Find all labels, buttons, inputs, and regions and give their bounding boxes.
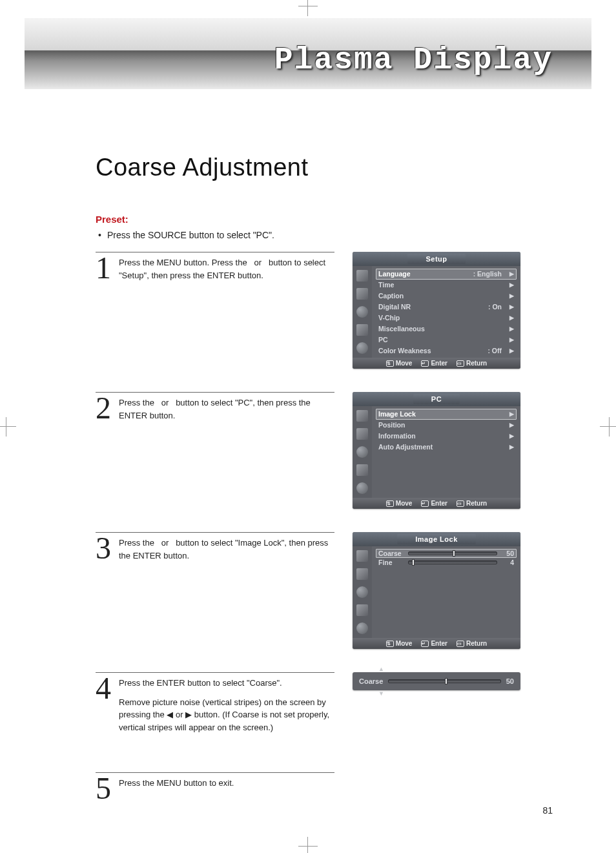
step-row: 1 Press the MENU button. Press the or bu… bbox=[96, 252, 546, 369]
step-text: Press the MENU button to exit. bbox=[119, 776, 234, 801]
sound-icon bbox=[356, 568, 368, 580]
sound-icon bbox=[356, 288, 368, 300]
footer-enter: ↵Enter bbox=[421, 500, 447, 507]
slider-track[interactable] bbox=[408, 551, 497, 555]
footer-return: ▭Return bbox=[457, 360, 487, 367]
chevron-right-icon: ▶ bbox=[509, 431, 514, 441]
enter-icon: ↵ bbox=[421, 360, 429, 367]
slider-thumb[interactable] bbox=[453, 550, 455, 557]
return-icon: ▭ bbox=[457, 500, 464, 507]
updown-icon: ⇅ bbox=[386, 500, 394, 507]
coarse-label: Coarse bbox=[359, 677, 383, 685]
channel-icon bbox=[356, 586, 368, 598]
menu-item-digitalnr[interactable]: Digital NR: On▶ bbox=[376, 302, 517, 313]
menu-item-pc[interactable]: PC▶ bbox=[376, 334, 517, 345]
header-banner: Plasma Display bbox=[25, 18, 591, 89]
page-number: 81 bbox=[542, 805, 553, 816]
slider-thumb[interactable] bbox=[445, 678, 447, 684]
chevron-right-icon: ▶ bbox=[509, 346, 514, 356]
preset-label: Preset: bbox=[96, 214, 546, 225]
chevron-right-icon: ▶ bbox=[509, 313, 514, 323]
sound-icon bbox=[356, 428, 368, 440]
chevron-right-icon: ▶ bbox=[509, 409, 514, 419]
osd-title: Image Lock bbox=[353, 532, 520, 546]
setup-icon bbox=[356, 604, 368, 616]
osd-category-icons bbox=[353, 266, 372, 358]
footer-return: ▭Return bbox=[457, 640, 487, 647]
footer-return: ▭Return bbox=[457, 500, 487, 507]
step-text: Press the ENTER button to select "Coarse… bbox=[119, 675, 334, 734]
menu-item-caption[interactable]: Caption▶ bbox=[376, 291, 517, 302]
osd-item-list: Image Lock▶ Position▶ Information▶ Auto … bbox=[372, 406, 520, 498]
step-row: 3 Press the or button to select "Image L… bbox=[96, 532, 546, 649]
osd-footer: ⇅Move ↵Enter ▭Return bbox=[353, 358, 520, 369]
step-text: Press the or button to select "PC", then… bbox=[119, 395, 334, 422]
slider-track[interactable] bbox=[408, 560, 497, 564]
osd-footer: ⇅Move ↵Enter ▭Return bbox=[353, 638, 520, 649]
chevron-right-icon: ▶ bbox=[509, 420, 514, 430]
chevron-right-icon: ▶ bbox=[509, 302, 514, 312]
slider-thumb[interactable] bbox=[412, 559, 415, 566]
step-row: 5 Press the MENU button to exit. bbox=[96, 772, 546, 801]
menu-item-autoadjust[interactable]: Auto Adjustment▶ bbox=[376, 442, 517, 453]
setup-icon bbox=[356, 324, 368, 336]
updown-icon: ⇅ bbox=[386, 360, 394, 367]
setup-icon bbox=[356, 464, 368, 476]
step-left: 3 Press the or button to select "Image L… bbox=[96, 532, 334, 562]
section-title: Coarse Adjustment bbox=[96, 154, 546, 181]
menu-item-colorweakness[interactable]: Color Weakness: Off▶ bbox=[376, 345, 517, 356]
chevron-right-icon: ▶ bbox=[509, 324, 514, 334]
step-number: 1 bbox=[96, 255, 112, 282]
menu-item-position[interactable]: Position▶ bbox=[376, 420, 517, 431]
menu-item-time[interactable]: Time▶ bbox=[376, 280, 517, 291]
osd-item-list: Language: English▶ Time▶ Caption▶ Digita… bbox=[372, 266, 520, 358]
channel-icon bbox=[356, 306, 368, 318]
step-number: 3 bbox=[96, 535, 112, 562]
menu-item-vchip[interactable]: V-Chip▶ bbox=[376, 313, 517, 324]
osd-title: Setup bbox=[353, 252, 520, 266]
return-icon: ▭ bbox=[457, 360, 464, 367]
picture-icon bbox=[356, 270, 368, 282]
chevron-right-icon: ▶ bbox=[509, 280, 514, 290]
updown-icon: ⇅ bbox=[386, 641, 394, 647]
manual-page: Plasma Display Coarse Adjustment Preset:… bbox=[25, 18, 591, 835]
footer-enter: ↵Enter bbox=[421, 640, 447, 647]
osd-coarse-bar: Coarse 50 bbox=[353, 672, 520, 690]
chevron-right-icon: ▶ bbox=[509, 291, 514, 301]
step-row: 2 Press the or button to select "PC", th… bbox=[96, 392, 546, 509]
chevron-right-icon: ▶ bbox=[509, 442, 514, 452]
brand-title: Plasma Display bbox=[274, 43, 553, 77]
menu-item-misc[interactable]: Miscellaneous▶ bbox=[376, 324, 517, 334]
step-number: 4 bbox=[96, 675, 112, 734]
page-content: Coarse Adjustment Preset: Press the SOUR… bbox=[96, 154, 546, 825]
chevron-right-icon: ▶ bbox=[509, 335, 514, 345]
menu-item-language[interactable]: Language: English▶ bbox=[376, 269, 517, 280]
step-left: 5 Press the MENU button to exit. bbox=[96, 772, 334, 801]
step-number: 2 bbox=[96, 395, 112, 422]
footer-move: ⇅Move bbox=[386, 640, 413, 647]
enter-icon: ↵ bbox=[421, 641, 429, 647]
menu-item-information[interactable]: Information▶ bbox=[376, 431, 517, 442]
osd-category-icons bbox=[353, 406, 372, 498]
step-left: 1 Press the MENU button. Press the or bu… bbox=[96, 252, 334, 282]
menu-item-imagelock[interactable]: Image Lock▶ bbox=[376, 409, 517, 420]
osd-imagelock-menu: Image Lock Coarse 50 bbox=[353, 532, 520, 649]
step-left: 4 Press the ENTER button to select "Coar… bbox=[96, 672, 334, 734]
slider-coarse[interactable]: Coarse 50 bbox=[376, 549, 517, 558]
step-text: Press the MENU button. Press the or butt… bbox=[119, 255, 334, 282]
osd-category-icons bbox=[353, 546, 372, 638]
enter-icon: ↵ bbox=[421, 500, 429, 507]
pip-icon bbox=[356, 482, 368, 494]
picture-icon bbox=[356, 410, 368, 422]
channel-icon bbox=[356, 446, 368, 458]
osd-setup-menu: Setup Language: English▶ Time▶ Caption▶ … bbox=[353, 252, 520, 369]
footer-move: ⇅Move bbox=[386, 360, 413, 367]
osd-slider-list: Coarse 50 Fine 4 bbox=[372, 546, 520, 638]
picture-icon bbox=[356, 550, 368, 562]
step-row: 4 Press the ENTER button to select "Coar… bbox=[96, 672, 546, 734]
pip-icon bbox=[356, 342, 368, 354]
osd-title: PC bbox=[353, 392, 520, 406]
slider-track[interactable] bbox=[388, 679, 500, 683]
pip-icon bbox=[356, 622, 368, 634]
slider-fine[interactable]: Fine 4 bbox=[376, 558, 517, 567]
